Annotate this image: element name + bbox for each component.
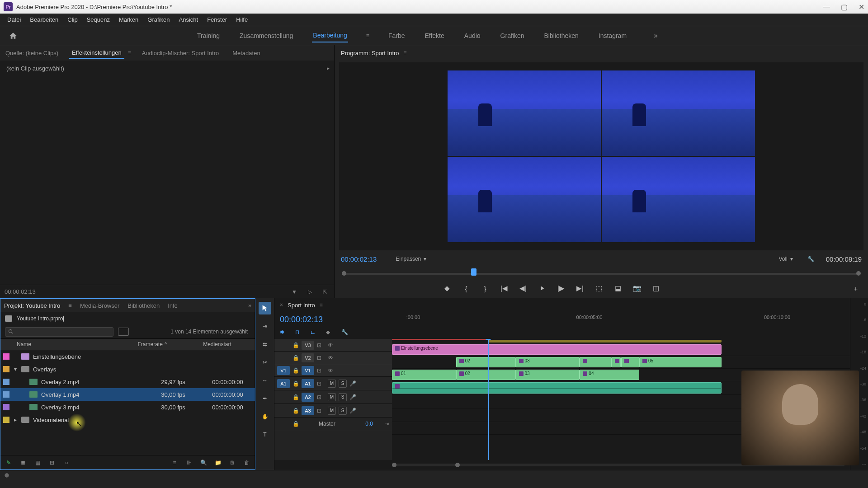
source-tab-0[interactable]: Quelle: (keine Clips): [3, 48, 61, 58]
sync-lock-icon[interactable]: ⊡: [317, 355, 325, 361]
workspace-overflow-icon[interactable]: »: [654, 32, 658, 40]
sequence-name[interactable]: Sport Intro: [288, 302, 315, 309]
clip[interactable]: 04: [580, 370, 639, 380]
project-row[interactable]: ▾Overlays: [0, 363, 255, 375]
source-patch[interactable]: V1: [277, 366, 290, 375]
source-patch[interactable]: [277, 393, 290, 402]
go-to-in-icon[interactable]: |◀: [498, 282, 510, 294]
search-input-wrap[interactable]: [5, 327, 113, 337]
new-item-icon[interactable]: 🗎: [228, 458, 237, 467]
disclosure-icon[interactable]: ▸: [14, 417, 20, 423]
scrub-handle-left[interactable]: [342, 271, 346, 276]
clip[interactable]: 01: [392, 370, 456, 380]
mute-button[interactable]: M: [328, 380, 336, 388]
track-lane[interactable]: 020305: [392, 356, 850, 369]
lock-icon[interactable]: 🔒: [292, 408, 299, 414]
toggle-output-icon[interactable]: 👁: [328, 355, 336, 361]
menu-fenster[interactable]: Fenster: [203, 14, 231, 25]
voiceover-icon[interactable]: 🎤: [349, 394, 358, 400]
menu-hilfe[interactable]: Hilfe: [232, 14, 251, 25]
search-input[interactable]: [16, 328, 110, 335]
solo-button[interactable]: S: [339, 380, 347, 388]
disclosure-icon[interactable]: ▾: [14, 366, 20, 372]
new-bin-icon[interactable]: 📁: [213, 458, 222, 467]
clip[interactable]: 05: [639, 357, 722, 367]
menu-marken[interactable]: Marken: [115, 14, 142, 25]
play-icon[interactable]: [536, 282, 548, 294]
project-tab-1[interactable]: Media-Browser: [80, 302, 119, 309]
clip[interactable]: [621, 357, 640, 367]
icon-view-icon[interactable]: ▦: [33, 458, 42, 467]
clip[interactable]: [392, 382, 722, 394]
expand-icon[interactable]: ⇥: [385, 421, 389, 427]
lock-icon[interactable]: 🔒: [292, 380, 299, 387]
step-back-icon[interactable]: ◀|: [517, 282, 529, 294]
solo-button[interactable]: S: [339, 407, 347, 415]
source-tab-2[interactable]: Audioclip-Mischer: Sport Intro: [139, 48, 222, 58]
col-framerate[interactable]: Framerate^: [125, 341, 179, 347]
clip[interactable]: 03: [516, 370, 580, 380]
close-button[interactable]: ✕: [859, 3, 864, 11]
source-tab-1[interactable]: Effekteinstellungen: [69, 47, 124, 59]
lock-icon[interactable]: 🔒: [292, 355, 299, 361]
label-color-chip[interactable]: [3, 379, 9, 385]
marker-icon[interactable]: ◆: [326, 329, 334, 337]
workspace-tab-bearbeitung[interactable]: Bearbeitung: [312, 29, 348, 42]
track-lane[interactable]: Einstellungsebene: [392, 343, 850, 356]
label-color-chip[interactable]: [3, 366, 9, 372]
write-icon[interactable]: ✎: [4, 458, 13, 467]
source-patch[interactable]: [277, 406, 290, 415]
label-color-chip[interactable]: [3, 391, 9, 398]
workspace-tab-effekte[interactable]: Effekte: [424, 29, 445, 42]
project-row[interactable]: Overlay 1.mp430,00 fps00:00:00:00: [0, 388, 255, 401]
maximize-button[interactable]: ▢: [841, 3, 848, 11]
source-patch[interactable]: A1: [277, 379, 290, 388]
project-row[interactable]: ▸Videomaterial: [0, 413, 255, 426]
source-patch[interactable]: [277, 341, 290, 350]
source-patch[interactable]: [277, 353, 290, 362]
playhead[interactable]: [488, 339, 489, 460]
menu-datei[interactable]: Datei: [4, 14, 24, 25]
zoom-fit-dropdown[interactable]: Einpassen▾: [396, 256, 426, 262]
workspace-tab-audio[interactable]: Audio: [463, 29, 481, 42]
clip[interactable]: 03: [516, 357, 580, 367]
extract-icon[interactable]: ⬓: [612, 282, 624, 294]
linked-selection-icon[interactable]: ⊏: [311, 329, 319, 337]
project-row[interactable]: Einstellungsebene: [0, 350, 255, 363]
export-frame-icon[interactable]: 📷: [631, 282, 643, 294]
solo-button[interactable]: S: [339, 393, 347, 401]
workspace-tab-farbe[interactable]: Farbe: [387, 29, 406, 42]
clip[interactable]: [612, 357, 621, 367]
play-only-icon[interactable]: ▷: [305, 287, 314, 296]
trash-icon[interactable]: 🗑: [242, 458, 251, 467]
target-patch[interactable]: A3: [302, 406, 314, 415]
sync-lock-icon[interactable]: ⊡: [317, 380, 325, 387]
menu-bearbeiten[interactable]: Bearbeiten: [26, 14, 62, 25]
lift-icon[interactable]: ⬚: [593, 282, 605, 294]
label-color-chip[interactable]: [3, 353, 9, 360]
filter-icon[interactable]: ▼: [290, 287, 299, 296]
program-monitor[interactable]: [339, 62, 863, 250]
toggle-output-icon[interactable]: 👁: [328, 342, 336, 348]
menu-grafiken[interactable]: Grafiken: [144, 14, 173, 25]
target-patch[interactable]: A1: [302, 379, 314, 388]
project-tab-2[interactable]: Bibliotheken: [127, 302, 160, 309]
timeline-ruler[interactable]: :00:0000:00:05:0000:00:10:00: [397, 312, 844, 327]
program-timecode-current[interactable]: 00:00:02:13: [341, 255, 377, 263]
thumbnail-toggle-icon[interactable]: [118, 328, 129, 336]
clip[interactable]: [580, 357, 612, 367]
settings-wrench-icon[interactable]: 🔧: [807, 256, 814, 262]
flyout-icon[interactable]: ▸: [327, 65, 330, 71]
close-sequence-icon[interactable]: ×: [280, 302, 283, 308]
timeline-menu-icon[interactable]: ≡: [320, 302, 323, 308]
mute-button[interactable]: M: [328, 407, 336, 415]
voiceover-icon[interactable]: 🎤: [349, 380, 358, 387]
add-marker-icon[interactable]: ◆: [441, 282, 453, 294]
pen-tool-icon[interactable]: ✒: [259, 392, 271, 405]
sync-lock-icon[interactable]: ⊡: [317, 342, 325, 348]
clip[interactable]: Einstellungsebene: [392, 344, 722, 355]
razor-tool-icon[interactable]: ✂: [259, 356, 271, 369]
sync-lock-icon[interactable]: ⊡: [317, 408, 325, 414]
mute-button[interactable]: M: [328, 393, 336, 401]
toggle-output-icon[interactable]: 👁: [328, 367, 336, 374]
